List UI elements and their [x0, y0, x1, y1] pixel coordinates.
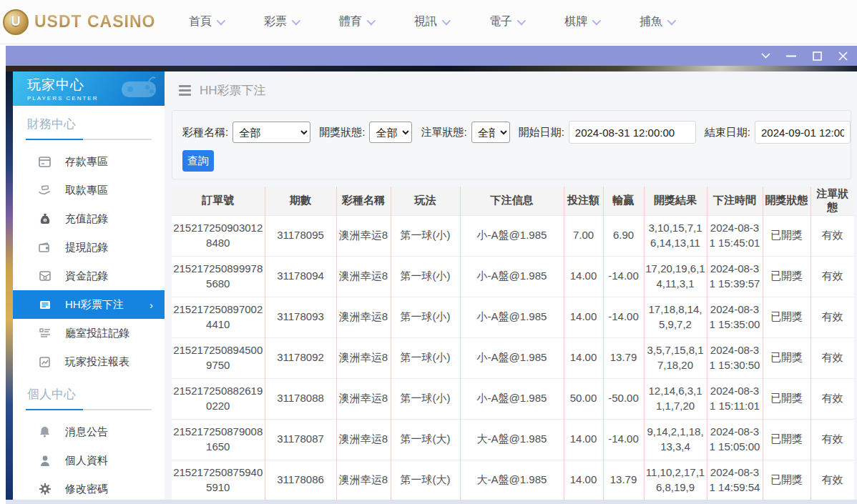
table-row: 215217250894500975031178092澳洲幸运8第一球(小)小-… — [172, 337, 854, 378]
table-cell: 第一球(大) — [391, 419, 460, 460]
horizontal-scrollbar[interactable] — [6, 500, 857, 504]
table-row: 215217250875940591031178086澳洲幸运8第一球(大)大-… — [172, 460, 854, 500]
sidebar-item-hh-lottery-bet[interactable]: HH彩票下注 › — [13, 290, 165, 319]
sidebar-item-deposit[interactable]: 存款專區 — [13, 147, 165, 176]
table-cell: 2152172508970024410 — [172, 297, 265, 337]
table-cell: 2024-08-31 14:59:54 — [707, 460, 763, 500]
table-cell: 31178088 — [265, 378, 336, 419]
hamburger-menu-icon[interactable] — [179, 85, 191, 96]
window-close-icon[interactable] — [837, 50, 848, 61]
table-cell: -50.00 — [603, 378, 644, 419]
chevron-down-icon — [592, 16, 602, 26]
table-cell: 澳洲幸运8 — [336, 297, 391, 337]
table-cell: 11,10,2,17,16,8,19,9 — [644, 460, 707, 500]
withdrawal-wallet-icon — [39, 242, 51, 254]
column-header: 訂單號 — [172, 187, 265, 215]
sidebar-item-withdrawal-record[interactable]: 提現記錄 — [13, 233, 165, 262]
gamepad-icon — [120, 76, 157, 104]
sidebar-item-change-password[interactable]: 修改密碼 — [13, 475, 165, 500]
filter-panel: 彩種名稱: 全部 開獎狀態: 全部 注單狀態: 全部 開始日期: — [172, 110, 851, 179]
brand-logo[interactable]: U USDT CASINO — [1, 9, 166, 35]
profile-person-icon — [39, 455, 51, 467]
nav-item-3[interactable]: 視訊 — [414, 14, 449, 29]
bet-table: 訂單號期數彩種名稱玩法下注信息投注額輸贏開獎結果下注時間開獎狀態注單狀態 215… — [172, 187, 854, 500]
table-cell: 小-A盤@1.985 — [460, 297, 564, 337]
table-cell: 31178092 — [265, 337, 336, 378]
column-header: 注單狀態 — [811, 187, 854, 215]
end-date-input[interactable] — [755, 121, 851, 144]
table-cell: 第一球(大) — [391, 460, 460, 500]
sidebar-item-profile[interactable]: 個人資料 — [13, 446, 165, 475]
recharge-moneybag-icon — [39, 213, 51, 225]
table-cell: 14.00 — [564, 297, 603, 337]
nav-item-5[interactable]: 棋牌 — [564, 14, 599, 29]
table-cell: 第一球(小) — [391, 297, 460, 337]
window-maximize-icon[interactable] — [811, 50, 823, 61]
nav-item-1[interactable]: 彩票 — [264, 14, 298, 29]
table-cell: 2024-08-31 15:35:00 — [707, 297, 763, 337]
table-cell: 小-A盤@1.985 — [460, 256, 564, 297]
table-cell: -14.00 — [603, 297, 644, 337]
window-content: 玩家中心 PLAYERS CENTER 財務中心 存款專區 取款專區 — [6, 66, 857, 504]
chevron-down-icon — [517, 16, 527, 26]
lottery-name-select[interactable]: 全部 — [232, 122, 310, 143]
sidebar-item-funds-record[interactable]: 資金記錄 — [13, 262, 165, 290]
funds-envelope-icon — [39, 270, 51, 282]
brand-name: USDT CASINO — [34, 12, 155, 31]
table-cell: 2024-08-31 15:45:01 — [707, 215, 763, 256]
table-cell: 3,10,15,7,16,14,13,11 — [644, 215, 707, 256]
filter-row: 彩種名稱: 全部 開獎狀態: 全部 注單狀態: 全部 開始日期: — [182, 121, 851, 144]
sidebar-item-label: 修改密碼 — [65, 483, 108, 496]
column-header: 輸贏 — [603, 187, 644, 215]
table-cell: 17,20,19,6,14,11,3,1 — [644, 256, 707, 297]
table-cell: 2152172508999785680 — [172, 256, 265, 297]
usdt-coin-icon: U — [3, 9, 29, 35]
chevron-down-icon — [367, 16, 376, 26]
nav-item-0[interactable]: 首頁 — [189, 14, 223, 29]
notice-bell-icon — [39, 426, 51, 438]
table-cell: 第一球(小) — [391, 256, 460, 297]
table-cell: 13.79 — [603, 460, 644, 500]
sidebar-item-label: 消息公告 — [65, 425, 108, 439]
nav-item-6[interactable]: 捕魚 — [640, 14, 674, 29]
sidebar-section-finance: 財務中心 — [27, 116, 150, 132]
section-underline — [26, 409, 152, 410]
player-center-window: 玩家中心 PLAYERS CENTER 財務中心 存款專區 取款專區 — [6, 46, 857, 504]
sidebar-item-recharge-record[interactable]: 充值記錄 — [13, 204, 165, 233]
table-cell: 2152172508945009750 — [172, 337, 265, 378]
nav-item-label: 首頁 — [189, 14, 212, 29]
sidebar-item-withdraw[interactable]: 取款專區 — [13, 176, 165, 204]
window-titlebar[interactable] — [6, 46, 857, 66]
sidebar-item-notice[interactable]: 消息公告 — [13, 417, 165, 446]
nav-item-4[interactable]: 電子 — [489, 14, 524, 29]
table-cell: 2024-08-31 15:11:01 — [707, 378, 763, 419]
nav-item-label: 彩票 — [264, 14, 287, 29]
table-cell: 第一球(小) — [391, 215, 460, 256]
table-cell: 6.90 — [603, 215, 644, 256]
chevron-down-icon — [217, 16, 226, 26]
nav-item-2[interactable]: 體育 — [339, 14, 373, 29]
withdraw-hand-icon — [39, 184, 51, 197]
table-cell: 小-A盤@1.985 — [460, 215, 564, 256]
sidebar-item-player-report[interactable]: 玩家投注報表 — [13, 347, 165, 376]
chevron-down-icon — [292, 16, 301, 26]
hall-bet-list-icon — [39, 327, 51, 340]
start-date-input[interactable] — [569, 121, 696, 144]
table-cell: 有效 — [811, 337, 854, 378]
section-underline — [26, 139, 152, 140]
table-row: 215217250882619022031178088澳洲幸运8第一球(小)小-… — [172, 378, 854, 419]
ticket-status-select[interactable]: 全部 — [471, 122, 510, 143]
sidebar-item-hall-bet-record[interactable]: 廳室投註記錄 — [13, 319, 165, 347]
table-cell: 第一球(小) — [391, 378, 460, 419]
window-minimize-icon[interactable] — [785, 50, 797, 61]
table-cell: 14.00 — [564, 337, 603, 378]
query-button[interactable]: 查詢 — [182, 150, 214, 172]
column-header: 下注時間 — [707, 187, 763, 215]
table-cell: 31178095 — [265, 215, 336, 256]
sidebar-header: 玩家中心 PLAYERS CENTER — [13, 71, 165, 106]
draw-status-select[interactable]: 全部 — [369, 122, 412, 143]
window-dropdown-icon[interactable] — [760, 50, 771, 61]
table-cell: 2152172508790081650 — [172, 419, 265, 460]
table-cell: 有效 — [811, 419, 854, 460]
sidebar-item-label: 充值記錄 — [65, 212, 108, 226]
